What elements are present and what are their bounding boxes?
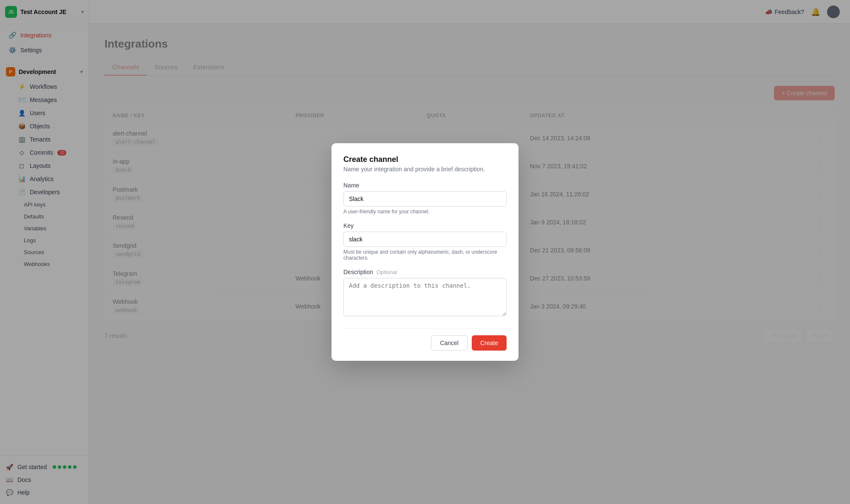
name-field-group: Name A user-friendly name for your chann… bbox=[343, 182, 507, 215]
description-label: Description Optional bbox=[343, 269, 507, 275]
create-button[interactable]: Create bbox=[472, 335, 507, 351]
modal-subtitle: Name your integration and provide a brie… bbox=[343, 166, 507, 173]
name-label: Name bbox=[343, 182, 507, 189]
key-hint: Must be unique and contain only alphanum… bbox=[343, 249, 507, 261]
modal-overlay[interactable]: Create channel Name your integration and… bbox=[0, 0, 850, 504]
description-field-group: Description Optional bbox=[343, 269, 507, 318]
key-label: Key bbox=[343, 222, 507, 229]
name-input[interactable] bbox=[343, 191, 507, 207]
modal-title: Create channel bbox=[343, 155, 507, 164]
create-channel-modal: Create channel Name your integration and… bbox=[332, 143, 518, 361]
key-field-group: Key Must be unique and contain only alph… bbox=[343, 222, 507, 261]
name-hint: A user-friendly name for your channel. bbox=[343, 209, 507, 215]
optional-tag: Optional bbox=[377, 269, 397, 275]
key-input[interactable] bbox=[343, 232, 507, 247]
description-input[interactable] bbox=[343, 278, 507, 316]
modal-footer: Cancel Create bbox=[343, 328, 507, 351]
cancel-button[interactable]: Cancel bbox=[431, 335, 468, 351]
